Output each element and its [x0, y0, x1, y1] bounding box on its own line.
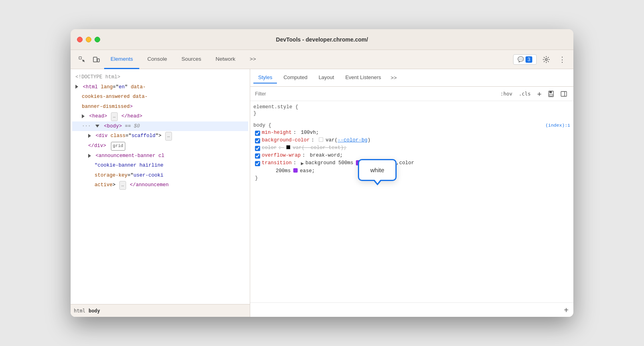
- messages-count: 3: [525, 56, 532, 63]
- tab-network[interactable]: Network: [209, 50, 242, 69]
- cls-button[interactable]: .cls: [517, 90, 532, 97]
- html-element-line[interactable]: <html lang="en" data-: [72, 82, 248, 92]
- tooltip-text: white: [370, 167, 384, 173]
- body-line[interactable]: ··· <body> == $0: [72, 121, 248, 131]
- styles-content[interactable]: element.style { } body { (index):1 min-h…: [250, 101, 573, 302]
- tab-event-listeners[interactable]: Event Listeners: [340, 72, 386, 84]
- main-content: <!DOCTYPE html> <html lang="en" data- co…: [71, 69, 573, 317]
- color-tooltip: white: [358, 159, 397, 181]
- announcement-attr1: "cookie-banner hairline: [72, 161, 248, 171]
- html-attr-continuation: cookies-answered data-: [72, 92, 248, 102]
- expand-head-icon[interactable]: [82, 114, 85, 118]
- announcement-line[interactable]: <announcement-banner cl: [72, 151, 248, 161]
- grid-badge[interactable]: grid: [111, 142, 125, 151]
- transition-ease2-swatch[interactable]: [293, 168, 298, 173]
- transition-expand-icon[interactable]: ▶: [301, 160, 304, 167]
- color-swatch[interactable]: [286, 145, 290, 149]
- device-toggle-button[interactable]: [90, 53, 103, 66]
- prop-color-checkbox[interactable]: [255, 146, 260, 151]
- prop-color: color : var(--color-text);: [253, 144, 570, 152]
- filter-bar: :hov .cls +: [250, 87, 573, 101]
- expand-announcement-icon[interactable]: [88, 154, 91, 158]
- svg-rect-7: [561, 91, 567, 96]
- devtools-window: DevTools - developer.chrome.com/ Element…: [71, 29, 573, 317]
- tab-styles[interactable]: Styles: [253, 72, 277, 84]
- tab-layout[interactable]: Layout: [314, 72, 339, 84]
- announcement-attr3: active> … </announcemen: [72, 180, 248, 190]
- elements-panel: <!DOCTYPE html> <html lang="en" data- co…: [71, 69, 250, 317]
- prop-transition: transition : ▶ background 500ms ease-in-…: [253, 159, 570, 167]
- head-line[interactable]: <head> … </head>: [72, 111, 248, 121]
- styles-tab-more[interactable]: >>: [387, 73, 400, 82]
- tab-elements[interactable]: Elements: [104, 50, 139, 69]
- more-options-button[interactable]: ⋮: [556, 53, 569, 66]
- svg-rect-2: [97, 59, 99, 62]
- doctype-line: <!DOCTYPE html>: [72, 72, 248, 82]
- filter-actions: :hov .cls +: [499, 89, 569, 99]
- svg-rect-5: [549, 91, 552, 93]
- body-rule-close: }: [253, 175, 570, 182]
- expand-body-icon[interactable]: [95, 125, 99, 127]
- breadcrumb-html[interactable]: html: [74, 308, 85, 314]
- prop-overflow-wrap: overflow-wrap : break-word;: [253, 152, 570, 159]
- div-ellipsis[interactable]: …: [165, 132, 172, 141]
- tab-computed[interactable]: Computed: [279, 72, 312, 84]
- prop-background-color: background-color : var(--color-bg): [253, 137, 570, 144]
- window-title: DevTools - developer.chrome.com/: [276, 36, 368, 43]
- element-style-rule: element.style { }: [253, 104, 570, 116]
- prop-min-height: min-height : 100vh;: [253, 129, 570, 137]
- hov-button[interactable]: :hov: [499, 90, 514, 97]
- svg-rect-0: [79, 57, 81, 59]
- head-ellipsis[interactable]: …: [111, 112, 118, 121]
- titlebar: DevTools - developer.chrome.com/: [71, 29, 573, 50]
- inspect-element-button[interactable]: [75, 53, 88, 66]
- prop-transition-cont: 200ms ease;: [253, 167, 570, 175]
- svg-rect-6: [549, 94, 553, 96]
- breadcrumb: html body: [71, 304, 250, 317]
- styles-panel: Styles Computed Layout Event Listeners >…: [250, 69, 573, 317]
- traffic-lights: [77, 37, 100, 42]
- close-button[interactable]: [77, 37, 83, 42]
- tab-sources[interactable]: Sources: [175, 50, 208, 69]
- body-style-rule: body { (index):1 min-height : 100vh; bac…: [253, 123, 570, 182]
- announcement-attr2: storage-key="user-cooki: [72, 171, 248, 181]
- body-selector: body { (index):1: [253, 123, 570, 128]
- breadcrumb-body[interactable]: body: [89, 308, 100, 314]
- div-close-line: </div> grid: [72, 141, 248, 151]
- announcement-ellipsis[interactable]: …: [119, 181, 126, 190]
- prop-min-height-checkbox[interactable]: [255, 131, 260, 136]
- html-attr-continuation2: banner-dismissed>: [72, 102, 248, 112]
- expand-div-icon[interactable]: [88, 134, 91, 138]
- tab-console[interactable]: Console: [141, 50, 174, 69]
- minimize-button[interactable]: [86, 37, 91, 42]
- filter-input[interactable]: [255, 91, 496, 97]
- messages-button[interactable]: 💬 3: [513, 54, 537, 65]
- bg-color-swatch[interactable]: [319, 137, 323, 142]
- main-toolbar: Elements Console Sources Network >> 💬 3 …: [71, 50, 573, 69]
- styles-tabbar: Styles Computed Layout Event Listeners >…: [250, 69, 573, 87]
- expand-html-icon[interactable]: [75, 85, 78, 89]
- toolbar-right: 💬 3 ⋮: [513, 53, 569, 66]
- maximize-button[interactable]: [95, 37, 100, 42]
- svg-rect-1: [93, 57, 97, 62]
- add-property-button[interactable]: +: [564, 306, 569, 314]
- elements-tree[interactable]: <!DOCTYPE html> <html lang="en" data- co…: [71, 69, 250, 304]
- element-style-selector: element.style {: [253, 104, 570, 110]
- svg-point-3: [545, 58, 547, 60]
- messages-icon: 💬: [518, 56, 524, 62]
- styles-footer: +: [250, 302, 573, 317]
- tab-more[interactable]: >>: [243, 50, 263, 69]
- prop-transition-checkbox[interactable]: [255, 161, 260, 166]
- add-style-button[interactable]: +: [535, 89, 543, 99]
- save-stylesheet-button[interactable]: [546, 89, 556, 99]
- settings-button[interactable]: [540, 53, 553, 66]
- div-scaffold-line[interactable]: <div class="scaffold"> …: [72, 131, 248, 141]
- prop-overflow-wrap-checkbox[interactable]: [255, 153, 260, 159]
- toggle-sidebar-button[interactable]: [559, 89, 569, 99]
- rule-source[interactable]: (index):1: [545, 123, 570, 128]
- prop-bg-color-checkbox[interactable]: [255, 138, 260, 143]
